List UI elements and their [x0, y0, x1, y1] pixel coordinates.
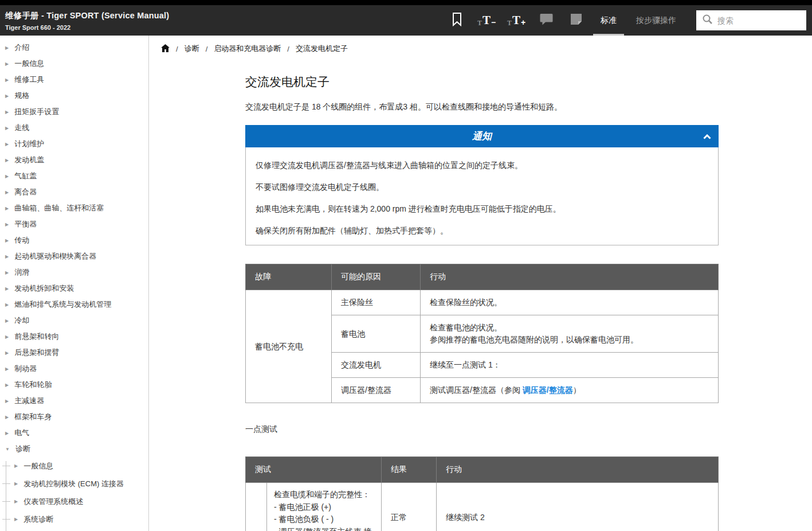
sidebar-subitem-label: 一般信息 [23, 461, 53, 471]
sidebar-item-label: 发动机拆卸和安装 [14, 283, 74, 294]
page-title: 交流发电机定子 [245, 74, 719, 90]
bookmark-icon [452, 12, 462, 29]
sidebar-item-label: 气缸盖 [14, 171, 37, 181]
chevron-right-icon: ▶ [5, 382, 9, 388]
action-cell: 继续测试 2 [437, 483, 719, 531]
table-header-row: 测试 结果 行动 [246, 457, 719, 483]
tab-standard[interactable]: 标准 [591, 5, 626, 36]
sidebar-item-scheduled-maintenance[interactable]: ▶计划维护 [0, 136, 148, 152]
sidebar-item-front-suspension[interactable]: ▶前悬架和转向 [0, 329, 148, 345]
fault-cell: 蓄电池不充电 [246, 290, 332, 403]
test-table: 测试 结果 行动 1 检查电缆和端子的完整性： - 蓄电池正极 (+) - 蓄电… [245, 456, 719, 531]
sidebar-item-cylinder-head[interactable]: ▶气缸盖 [0, 168, 148, 184]
sidebar-item-routing[interactable]: ▶走线 [0, 120, 148, 136]
sidebar-item-label: 后悬架和摆臂 [14, 348, 59, 358]
text-increase-button[interactable]: TT+ [501, 5, 531, 36]
sidebar-item-final-drive[interactable]: ▶主减速器 [0, 393, 148, 409]
notice-title: 通知 [472, 130, 492, 143]
sidebar-item-starter-drive[interactable]: ▶起动机驱动和楔块离合器 [0, 248, 148, 264]
app-title: 维修手册 - Tiger SPORT (Service Manual) [5, 10, 169, 21]
bookmark-button[interactable] [442, 5, 472, 36]
sidebar-item-label: 曲轴箱、曲轴、连杆和活塞 [14, 203, 104, 213]
test-line: - 蓄电池负极 ( - ) [274, 513, 374, 526]
table-header-row: 故障 可能的原因 行动 [246, 264, 719, 290]
sidebar-item-cooling[interactable]: ▶冷却 [0, 313, 148, 329]
sidebar-item-intro[interactable]: ▶介绍 [0, 40, 148, 56]
sidebar-item-fuel-exhaust[interactable]: ▶燃油和排气系统与发动机管理 [0, 296, 148, 313]
search-input[interactable] [717, 16, 801, 25]
breadcrumb-separator: / [206, 45, 208, 53]
sidebar-item-clutch[interactable]: ▶离合器 [0, 184, 148, 200]
chevron-right-icon: ▶ [5, 270, 9, 275]
sidebar-item-specifications[interactable]: ▶规格 [0, 88, 148, 104]
sidebar-item-general-info[interactable]: ▶一般信息 [0, 56, 148, 72]
sidebar-item-lubrication[interactable]: ▶润滑 [0, 264, 148, 280]
sidebar-item-rear-suspension[interactable]: ▶后悬架和摆臂 [0, 345, 148, 361]
sidebar-item-engine-covers[interactable]: ▶发动机盖 [0, 152, 148, 168]
sidebar-item-label: 诊断 [15, 444, 30, 454]
sidebar-item-label: 离合器 [14, 187, 37, 197]
result-cell: 正常 [382, 483, 437, 531]
sidebar-item-service-tools[interactable]: ▶维修工具 [0, 72, 148, 88]
tab-step-by-step[interactable]: 按步骤操作 [626, 5, 686, 36]
collapse-button[interactable] [703, 125, 711, 147]
notice-paragraph: 不要试图修理交流发电机定子线圈。 [256, 181, 708, 193]
sidebar-item-transmission[interactable]: ▶传动 [0, 232, 148, 248]
text-increase-icon: TT+ [507, 14, 525, 26]
chevron-right-icon: ▶ [5, 238, 9, 243]
breadcrumb-item-alternator-stator[interactable]: 交流发电机定子 [296, 44, 348, 54]
sidebar-subitem-system-diagnostics[interactable]: ▶系统诊断 [0, 510, 148, 528]
sidebar-item-wheels-tyres[interactable]: ▶车轮和轮胎 [0, 377, 148, 393]
chevron-right-icon: ▶ [14, 517, 18, 522]
chevron-right-icon: ▶ [5, 158, 9, 163]
action-line: 参阅推荐的蓄电池充电器随附的说明，以确保蓄电池可用。 [430, 334, 709, 346]
cause-cell: 调压器/整流器 [332, 378, 421, 403]
breadcrumb-item-starter-charging[interactable]: 启动器和充电器诊断 [214, 44, 281, 54]
sidebar-item-frame-bodywork[interactable]: ▶框架和车身 [0, 409, 148, 425]
regulator-rectifier-link[interactable]: 调压器/整流器 [523, 385, 573, 395]
sidebar-item-label: 发动机盖 [14, 155, 44, 165]
sidebar-item-label: 前悬架和转向 [14, 331, 59, 342]
sidebar-item-crankcase[interactable]: ▶曲轴箱、曲轴、连杆和活塞 [0, 200, 148, 216]
chevron-right-icon: ▶ [5, 174, 9, 179]
app-header: 维修手册 - Tiger SPORT (Service Manual) Tige… [0, 0, 812, 36]
section-label: 一点测试 [245, 424, 719, 435]
sidebar-item-label: 规格 [14, 91, 29, 101]
sidebar-item-engine-removal[interactable]: ▶发动机拆卸和安装 [0, 280, 148, 296]
chevron-right-icon: ▶ [5, 350, 9, 356]
title-block: 维修手册 - Tiger SPORT (Service Manual) Tige… [0, 5, 169, 36]
breadcrumb-item-diagnostics[interactable]: 诊断 [185, 44, 199, 54]
sidebar-nav: ▶介绍 ▶一般信息 ▶维修工具 ▶规格 ▶扭矩扳手设置 ▶走线 ▶计划维护 ▶发… [0, 36, 149, 531]
test-description-cell: 检查电缆和端子的完整性： - 蓄电池正极 (+) - 蓄电池负极 ( - ) -… [267, 483, 382, 531]
text-decrease-icon: TT− [477, 14, 496, 26]
column-header-result: 结果 [382, 457, 437, 483]
search-box[interactable] [696, 10, 806, 30]
sidebar-item-label: 平衡器 [14, 219, 37, 229]
text-decrease-button[interactable]: TT− [472, 5, 501, 36]
chevron-right-icon: ▶ [14, 463, 18, 468]
chevron-right-icon: ▶ [5, 431, 9, 436]
sidebar-item-torque-settings[interactable]: ▶扭矩扳手设置 [0, 104, 148, 120]
test-line: - 调压器/整流器至主线束 接头引脚 1 [274, 526, 374, 531]
sidebar-item-balancer[interactable]: ▶平衡器 [0, 216, 148, 232]
chevron-right-icon: ▶ [5, 334, 9, 339]
home-icon[interactable] [161, 44, 170, 54]
chevron-right-icon: ▶ [5, 190, 9, 195]
sidebar-item-electrical[interactable]: ▶电气 [0, 425, 148, 441]
comment-button[interactable] [531, 5, 561, 36]
action-cell: 检查蓄电池的状况。 参阅推荐的蓄电池充电器随附的说明，以确保蓄电池可用。 [421, 315, 719, 353]
sidebar-subitem-general-info[interactable]: ▶一般信息 [0, 457, 148, 475]
chevron-right-icon: ▶ [5, 93, 9, 99]
sidebar-subitem-ecm-connectors[interactable]: ▶发动机控制模块 (ECM) 连接器 [0, 475, 148, 493]
sidebar-subitem-instrument-system[interactable]: ▶仪表管理系统概述 [0, 493, 148, 510]
sidebar-item-brakes[interactable]: ▶制动器 [0, 361, 148, 377]
action-cell: 继续至一点测试 1： [421, 353, 719, 378]
note-button[interactable] [561, 5, 591, 36]
sidebar-subitem-label: 系统诊断 [23, 514, 53, 525]
notice-header[interactable]: 通知 [245, 125, 719, 147]
chevron-down-icon: ▼ [5, 447, 10, 452]
chevron-right-icon: ▶ [5, 286, 9, 291]
sidebar-item-diagnostics[interactable]: ▼诊断 [0, 441, 148, 457]
sidebar-subitem-label: 仪表管理系统概述 [23, 497, 83, 507]
breadcrumb: / 诊断 / 启动器和充电器诊断 / 交流发电机定子 [161, 44, 812, 54]
